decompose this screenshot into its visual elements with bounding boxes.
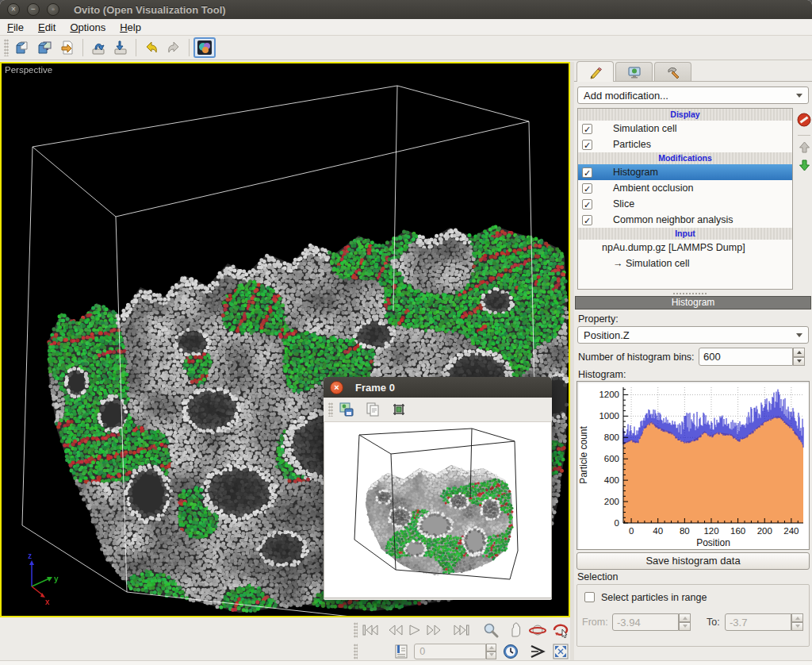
save-histogram-button[interactable]: Save histogram data: [576, 552, 810, 570]
menu-options[interactable]: Options: [63, 20, 113, 35]
export-file-button[interactable]: [56, 37, 79, 58]
bins-spinner[interactable]: [793, 348, 805, 366]
svg-text:400: 400: [604, 475, 619, 485]
pipeline-item-label: Simulation cell: [613, 123, 677, 134]
tab-modify[interactable]: [576, 61, 614, 82]
pick-orbit-center-icon: [552, 622, 569, 638]
pipeline-item-checkbox[interactable]: ✓: [582, 140, 592, 150]
crop-image-button[interactable]: [389, 400, 409, 419]
tab-utilities[interactable]: [654, 62, 691, 81]
pipeline-item-label: Common neighbor analysis: [613, 214, 733, 225]
toolbar-drag-handle[interactable]: [4, 39, 9, 56]
modifier-panel-title: Histogram: [575, 296, 811, 309]
histogram-chart: 02004006008001000120004080120160200240Po…: [576, 381, 810, 550]
pipeline-item[interactable]: ✓Simulation cell: [578, 121, 792, 136]
pipeline-item-checkbox[interactable]: ✓: [582, 167, 592, 178]
frame-spinbox[interactable]: 0: [414, 644, 486, 659]
window-minimize-button[interactable]: −: [27, 3, 40, 16]
frame-window-close-button[interactable]: ×: [330, 381, 343, 394]
from-spinbox[interactable]: -3.94: [612, 613, 679, 631]
move-up-button[interactable]: [798, 140, 811, 154]
pencil-icon: [588, 65, 603, 79]
tab-render[interactable]: [615, 62, 653, 81]
render-frame-window[interactable]: × Frame 0: [324, 377, 552, 600]
rendered-image: [324, 422, 551, 598]
pipeline-item[interactable]: ✓Slice: [578, 196, 792, 212]
property-value: Position.Z: [584, 329, 630, 341]
menu-file[interactable]: File: [0, 20, 31, 35]
to-spinbox[interactable]: -3.7: [725, 613, 791, 631]
pipeline-section-header: Modifications: [578, 152, 792, 164]
menu-edit[interactable]: Edit: [31, 20, 63, 35]
export-file-icon: [59, 39, 76, 56]
toolbar-drag-handle[interactable]: [354, 644, 358, 659]
pipeline-section-header: Input: [578, 228, 792, 240]
jump-to-start-button[interactable]: [361, 621, 380, 639]
svg-text:1200: 1200: [599, 390, 619, 399]
add-modification-dropdown[interactable]: Add modification...: [577, 86, 809, 104]
pipeline-item-checkbox[interactable]: ✓: [582, 215, 592, 225]
selection-groupbox: Select particles in range From: -3.94 To…: [576, 584, 810, 647]
play-button[interactable]: [405, 621, 424, 639]
pipeline-item-checkbox[interactable]: ✓: [582, 199, 592, 209]
frame-spinner[interactable]: [486, 644, 496, 659]
save-image-button[interactable]: [336, 400, 357, 419]
jump-to-end-button[interactable]: [452, 621, 471, 639]
histogram-chart-svg: 02004006008001000120004080120160200240Po…: [577, 382, 809, 549]
orbit-mode-button[interactable]: [528, 621, 546, 640]
trackbar-icon: [393, 644, 409, 659]
trackbar-toggle-button[interactable]: [393, 642, 412, 661]
previous-frame-button[interactable]: [386, 621, 405, 639]
zoom-mode-button[interactable]: [482, 621, 500, 640]
to-spinner[interactable]: [791, 613, 803, 631]
property-dropdown[interactable]: Position.Z: [577, 326, 809, 344]
pick-orbit-center-button[interactable]: [552, 621, 570, 640]
maximize-viewport-button[interactable]: [551, 642, 570, 661]
select-range-checkbox[interactable]: [584, 592, 595, 602]
pipeline-item-checkbox[interactable]: ✓: [582, 124, 592, 134]
frame-toolbar-handle[interactable]: [328, 402, 333, 417]
frame-value: 0: [419, 646, 425, 657]
window-close-button[interactable]: ×: [7, 3, 20, 16]
spin-down-icon[interactable]: [793, 357, 805, 367]
load-state-button[interactable]: [87, 37, 109, 58]
field-of-view-button[interactable]: [528, 642, 547, 661]
copy-image-button[interactable]: [362, 400, 383, 419]
animation-settings-button[interactable]: [501, 642, 520, 661]
toolbar-drag-handle[interactable]: [354, 622, 358, 638]
from-spinner[interactable]: [679, 613, 691, 631]
render-active-viewport-button[interactable]: [193, 37, 216, 58]
open-file-button[interactable]: [12, 37, 34, 58]
pipeline-item[interactable]: ✓Particles: [578, 136, 792, 152]
viewport-caption[interactable]: Perspective: [5, 65, 52, 75]
toolbar-separator: [189, 39, 190, 56]
frame-window-titlebar[interactable]: × Frame 0: [324, 377, 552, 398]
menu-help[interactable]: Help: [113, 20, 148, 35]
open-remote-file-icon: [36, 39, 54, 56]
save-state-button[interactable]: [109, 37, 132, 58]
pipeline-section-header: Display: [578, 109, 792, 121]
spin-up-icon[interactable]: [793, 348, 805, 357]
undo-button[interactable]: [140, 37, 163, 58]
svg-text:Position: Position: [696, 537, 730, 548]
delete-modifier-button[interactable]: [797, 113, 811, 127]
play-icon: [409, 625, 420, 636]
pan-mode-button[interactable]: [505, 621, 523, 640]
bins-label: Number of histogram bins:: [578, 352, 695, 363]
pipeline-item[interactable]: ✓Histogram: [578, 164, 792, 180]
redo-button[interactable]: [163, 37, 185, 58]
svg-text:200: 200: [604, 497, 619, 506]
pipeline-item[interactable]: ✓Ambient occlusion: [578, 180, 792, 196]
window-maximize-button[interactable]: ▫: [47, 3, 59, 16]
pipeline-item[interactable]: ✓Common neighbor analysis: [578, 212, 792, 228]
pipeline-item-checkbox[interactable]: ✓: [582, 183, 592, 194]
move-down-button[interactable]: [798, 159, 811, 172]
animation-toolbar: 0: [0, 617, 570, 660]
bins-spinbox[interactable]: 600: [699, 348, 793, 366]
next-frame-button[interactable]: [424, 621, 443, 639]
pipeline-item[interactable]: → Simulation cell: [578, 256, 792, 271]
open-remote-file-button[interactable]: [34, 37, 56, 58]
chart-label: Histogram:: [578, 369, 626, 380]
pan-mode-icon: [507, 622, 523, 638]
pipeline-item[interactable]: npAu.dump.gz [LAMMPS Dump]: [578, 240, 792, 256]
